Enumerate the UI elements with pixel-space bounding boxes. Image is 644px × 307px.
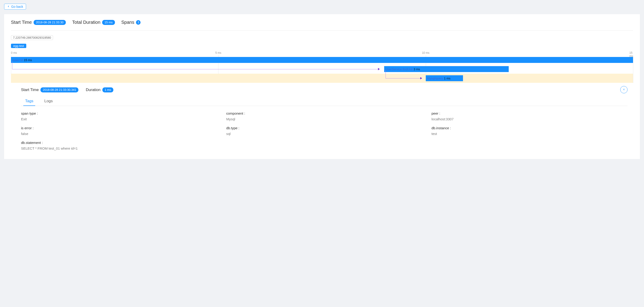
connector (386, 78, 421, 79)
tag-component: component : Mysql (226, 111, 422, 121)
span-duration: 3 ms (414, 68, 420, 71)
span-lane[interactable]: /user/:id 15 ms (11, 55, 633, 65)
connector (12, 61, 12, 69)
tick-10: 10 ms (422, 51, 430, 55)
span-name: UserService findUnit (386, 68, 413, 71)
timeline-chart: 0 ms 5 ms 10 ms 15 ms /user/:id 15 ms (11, 51, 633, 83)
tag-key: db.instance : (432, 126, 628, 130)
tag-value: sql (226, 132, 422, 136)
tag-db-statement: db.statement : SELECT * FROM test_01 whe… (21, 141, 628, 150)
span-lane[interactable]: UserService findUnit 3 ms (11, 65, 633, 74)
tag-key: component : (226, 111, 422, 115)
tag-key: db.type : (226, 126, 422, 130)
span-name: Mysql/query (427, 77, 443, 80)
detail-start-time-badge: 2018-08-28 21:33:30.341 (40, 87, 78, 92)
tag-db-type: db.type : sql (226, 126, 422, 136)
span-bar-service[interactable]: UserService findUnit 3 ms (384, 66, 508, 72)
tag-value: Mysql (226, 117, 422, 121)
trace-id-tag: 7.220749.288700829319580 (11, 35, 53, 40)
go-back-button[interactable]: Go back (4, 4, 26, 10)
close-icon (622, 88, 625, 92)
tag-key: peer : (432, 111, 628, 115)
detail-tabs: Tags Logs (21, 99, 628, 106)
spans-label: Spans (121, 20, 134, 25)
tags-grid: span type : Exit component : Mysql peer … (21, 106, 628, 159)
detail-start-time-label: Start Time (21, 88, 38, 92)
chevron-left-icon (7, 5, 11, 9)
go-back-label: Go back (11, 5, 23, 9)
start-time-badge: 2018-08-28 21:33:30 (34, 20, 66, 25)
close-button[interactable] (620, 86, 628, 93)
summary-spans: Spans 3 (121, 20, 141, 25)
tag-value: localhost:3307 (432, 117, 628, 121)
span-name: /user/:id (12, 58, 23, 62)
span-duration: 15 ms (24, 58, 32, 62)
tag-key: is error : (21, 126, 217, 130)
start-time-label: Start Time (11, 20, 32, 25)
timeline-ticks: 0 ms 5 ms 10 ms 15 ms (11, 51, 633, 55)
detail-start-time: Start Time 2018-08-28 21:33:30.341 (21, 87, 78, 92)
timeline-lanes: /user/:id 15 ms UserService findUnit 3 m… (11, 55, 633, 83)
span-detail-panel: Start Time 2018-08-28 21:33:30.341 Durat… (16, 83, 633, 159)
total-duration-badge: 15 ms (102, 20, 115, 25)
trace-card: Start Time 2018-08-28 21:33:30 Total Dur… (4, 14, 640, 159)
detail-header: Start Time 2018-08-28 21:33:30.341 Durat… (21, 87, 628, 92)
tag-span-type: span type : Exit (21, 111, 217, 121)
detail-duration-label: Duration (86, 88, 100, 92)
gridline (633, 55, 633, 83)
tag-value: false (21, 132, 217, 136)
tick-0: 0 ms (11, 51, 17, 55)
span-duration: 1 ms (444, 77, 450, 80)
trace-summary: Start Time 2018-08-28 21:33:30 Total Dur… (11, 20, 633, 31)
service-name-tag: egg-test (11, 44, 26, 48)
tag-peer: peer : localhost:3307 (432, 111, 628, 121)
connector (386, 70, 386, 78)
spans-count-badge: 3 (136, 20, 140, 25)
span-bar-mysql[interactable]: Mysql/query 1 ms (426, 75, 463, 81)
span-lane-selected[interactable]: Mysql/query 1 ms (11, 74, 633, 83)
detail-duration-badge: 1 ms (102, 87, 113, 92)
tag-key: span type : (21, 111, 217, 115)
tag-db-instance: db.instance : test (432, 126, 628, 136)
tag-value: SELECT * FROM test_01 where id=1 (21, 146, 628, 150)
arrow-icon (420, 77, 422, 79)
tab-tags[interactable]: Tags (25, 99, 33, 106)
tab-logs[interactable]: Logs (44, 99, 53, 106)
tag-is-error: is error : false (21, 126, 217, 136)
tag-value: Exit (21, 117, 217, 121)
span-bar-root[interactable]: /user/:id 15 ms (11, 57, 633, 63)
tick-5: 5 ms (215, 51, 221, 55)
tag-key: db.statement : (21, 141, 628, 145)
tag-value: test (432, 132, 628, 136)
arrow-icon (378, 68, 380, 70)
summary-total-duration: Total Duration 15 ms (72, 20, 115, 25)
summary-start-time: Start Time 2018-08-28 21:33:30 (11, 20, 66, 25)
detail-duration: Duration 1 ms (86, 87, 113, 92)
total-duration-label: Total Duration (72, 20, 100, 25)
connector (12, 69, 379, 69)
